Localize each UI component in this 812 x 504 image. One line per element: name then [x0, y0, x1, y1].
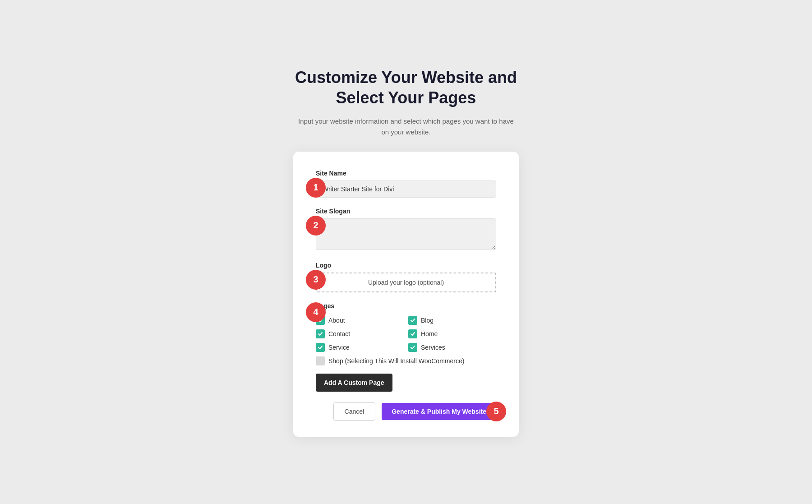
page-item-services[interactable]: Services [408, 343, 496, 352]
add-custom-page-button[interactable]: Add A Custom Page [316, 374, 392, 392]
cancel-button[interactable]: Cancel [333, 402, 376, 421]
checkbox-home[interactable] [408, 329, 417, 338]
form-footer: Cancel Generate & Publish My Website 5 [316, 402, 496, 421]
page-title: Customize Your Website and Select Your P… [295, 67, 517, 108]
checkbox-service[interactable] [316, 343, 325, 352]
page-wrapper: Customize Your Website and Select Your P… [0, 67, 812, 437]
page-item-home[interactable]: Home [408, 329, 496, 338]
step-badge-5: 5 [486, 402, 506, 421]
checkbox-contact[interactable] [316, 329, 325, 338]
generate-publish-button[interactable]: Generate & Publish My Website [382, 403, 496, 420]
logo-group: 3 Logo Upload your logo (optional) [316, 262, 496, 292]
pages-grid: About Blog Contact [316, 316, 496, 365]
step-badge-2: 2 [306, 216, 326, 236]
site-slogan-group: 2 Site Slogan [316, 208, 496, 252]
checkbox-blog[interactable] [408, 316, 417, 325]
logo-upload-button[interactable]: Upload your logo (optional) [316, 273, 496, 292]
pages-label: Pages [316, 302, 496, 310]
checkbox-shop[interactable] [316, 356, 325, 365]
checkbox-services[interactable] [408, 343, 417, 352]
step-badge-3: 3 [306, 270, 326, 290]
page-subtitle: Input your website information and selec… [298, 116, 514, 137]
page-item-blog[interactable]: Blog [408, 316, 496, 325]
site-name-label: Site Name [316, 170, 496, 177]
site-slogan-label: Site Slogan [316, 208, 496, 215]
page-item-about[interactable]: About [316, 316, 404, 325]
form-card: 1 Site Name 2 Site Slogan 3 Logo Upload … [293, 152, 519, 437]
site-slogan-input[interactable] [316, 218, 496, 250]
pages-section: 4 Pages About Blog [316, 302, 496, 365]
page-item-shop[interactable]: Shop (Selecting This Will Install WooCom… [316, 356, 496, 365]
step-badge-1: 1 [306, 178, 326, 198]
page-item-service[interactable]: Service [316, 343, 404, 352]
logo-label: Logo [316, 262, 496, 269]
step-badge-4: 4 [306, 302, 326, 322]
page-item-contact[interactable]: Contact [316, 329, 404, 338]
site-name-group: 1 Site Name [316, 170, 496, 198]
site-name-input[interactable] [316, 180, 496, 198]
